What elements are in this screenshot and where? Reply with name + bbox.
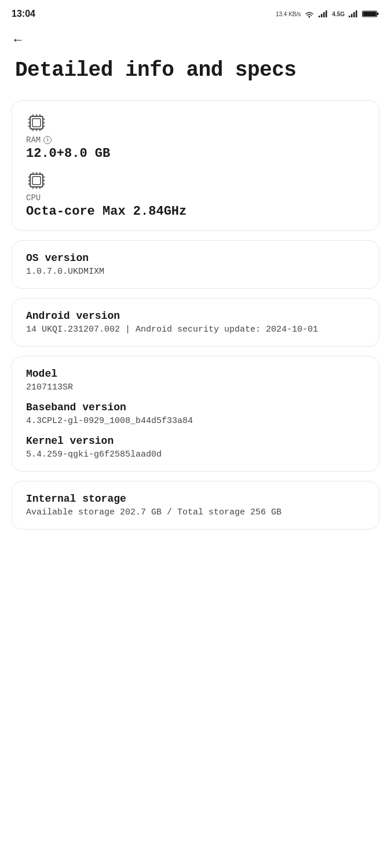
back-button-area[interactable]: ←	[0, 25, 391, 52]
battery-icon	[362, 10, 379, 18]
cpu-value: Octa-core Max 2.84GHz	[26, 204, 365, 219]
kernel-label: Kernel version	[26, 435, 365, 447]
svg-rect-1	[319, 16, 320, 17]
status-bar: 13:04 13.4 KB/s 4.5G	[0, 0, 391, 25]
svg-rect-4	[326, 10, 327, 17]
network-label: 4.5G	[332, 11, 345, 17]
page-title: Detailed info and specs	[0, 52, 391, 100]
ram-label: RAM i	[26, 135, 365, 145]
ram-chip-icon	[26, 112, 47, 133]
svg-rect-11	[363, 12, 377, 16]
os-version-value: 1.0.7.0.UKDMIXM	[26, 267, 365, 277]
android-version-label: Android version	[26, 310, 365, 322]
model-value: 2107113SR	[26, 382, 365, 392]
android-version-value: 14 UKQI.231207.002 | Android security up…	[26, 325, 365, 334]
svg-rect-6	[351, 14, 353, 17]
storage-card: Internal storage Available storage 202.7…	[12, 481, 379, 529]
wifi-icon	[304, 10, 315, 18]
svg-rect-13	[32, 119, 41, 127]
model-label: Model	[26, 368, 365, 380]
os-version-label: OS version	[26, 252, 365, 264]
back-arrow-icon[interactable]: ←	[12, 32, 24, 47]
svg-rect-8	[356, 10, 357, 17]
svg-rect-2	[321, 14, 323, 17]
ram-cpu-card: RAM i 12.0+8.0 GB CPU Octa-core Max 2.84…	[12, 100, 379, 231]
svg-rect-10	[377, 13, 379, 15]
status-time: 13:04	[12, 9, 35, 19]
ram-value: 12.0+8.0 GB	[26, 146, 365, 161]
svg-rect-3	[323, 12, 325, 17]
android-version-card: Android version 14 UKQI.231207.002 | And…	[12, 298, 379, 347]
kernel-value: 5.4.259-qgki-g6f2585laad0d	[26, 450, 365, 459]
data-speed: 13.4 KB/s	[276, 11, 301, 17]
svg-rect-27	[32, 176, 41, 185]
status-icons: 13.4 KB/s 4.5G	[276, 10, 379, 18]
signal-icon-2	[348, 10, 359, 18]
svg-rect-5	[349, 16, 350, 17]
svg-rect-7	[353, 12, 355, 17]
baseband-value: 4.3CPL2-gl-0929_1008_b44d5f33a84	[26, 416, 365, 426]
ram-info-icon[interactable]: i	[43, 136, 52, 144]
storage-label: Internal storage	[26, 493, 365, 505]
cpu-label: CPU	[26, 193, 365, 203]
cpu-chip-icon	[26, 170, 47, 191]
os-version-card: OS version 1.0.7.0.UKDMIXM	[12, 240, 379, 289]
device-info-card: Model 2107113SR Baseband version 4.3CPL2…	[12, 356, 379, 472]
baseband-label: Baseband version	[26, 402, 365, 413]
storage-value: Available storage 202.7 GB / Total stora…	[26, 507, 365, 517]
signal-icon-1	[318, 10, 328, 18]
svg-point-0	[309, 16, 310, 18]
